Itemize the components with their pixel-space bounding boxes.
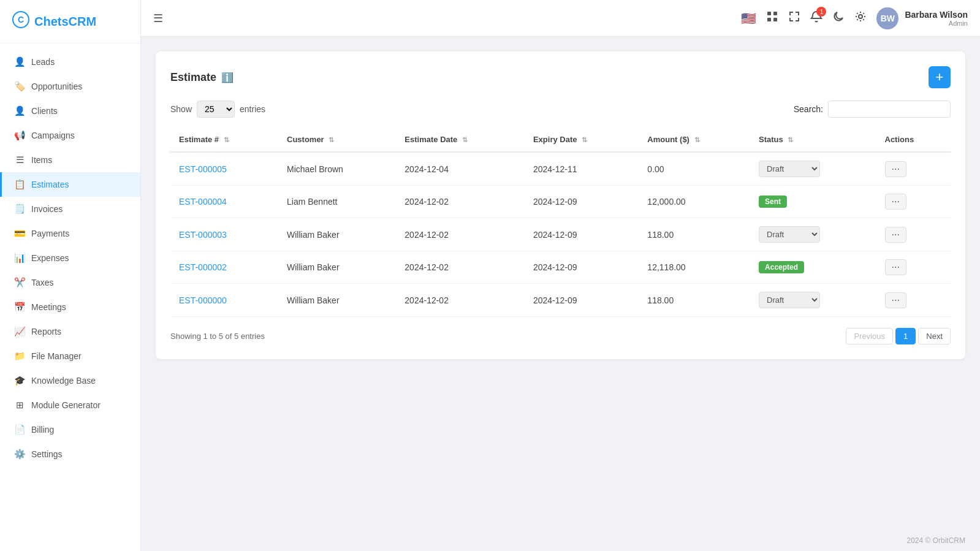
- logo[interactable]: C ChetsCRM: [0, 0, 140, 44]
- moon-icon[interactable]: [832, 10, 845, 26]
- sidebar-item-knowledge-base[interactable]: 🎓Knowledge Base: [0, 368, 140, 393]
- estimate-link[interactable]: EST-000002: [179, 262, 227, 272]
- search-input[interactable]: [828, 101, 951, 118]
- sidebar-item-billing[interactable]: 📄Billing: [0, 417, 140, 442]
- status-select[interactable]: DraftSentAccepted: [759, 161, 820, 177]
- estimate-date-cell: 2024-12-02: [396, 218, 525, 251]
- sidebar-nav: 👤Leads🏷️Opportunities👤Clients📢Campaigns☰…: [0, 44, 140, 551]
- nav-icon-items: ☰: [14, 154, 25, 165]
- col-actions: Actions: [876, 127, 951, 152]
- sidebar-item-module-generator[interactable]: ⊞Module Generator: [0, 393, 140, 417]
- status-select[interactable]: DraftSentAccepted: [759, 226, 820, 243]
- page-1-button[interactable]: 1: [895, 328, 916, 344]
- svg-text:C: C: [18, 15, 24, 25]
- nav-label-leads: Leads: [31, 57, 55, 67]
- customer-cell: William Baker: [278, 218, 396, 251]
- entries-select[interactable]: 25 10 50 100: [197, 101, 235, 118]
- show-entries: Show 25 10 50 100 entries: [170, 101, 265, 118]
- info-icon[interactable]: ℹ️: [221, 72, 234, 83]
- estimate-link[interactable]: EST-000003: [179, 230, 227, 240]
- table-row: EST-000000 William Baker 2024-12-02 2024…: [170, 284, 951, 317]
- nav-icon-knowledge-base: 🎓: [14, 375, 25, 386]
- sort-amount-icon[interactable]: ⇅: [694, 136, 700, 143]
- table-row: EST-000002 William Baker 2024-12-02 2024…: [170, 251, 951, 284]
- actions-button[interactable]: ···: [885, 161, 906, 177]
- estimate-link[interactable]: EST-000005: [179, 164, 227, 174]
- sidebar-item-items[interactable]: ☰Items: [0, 148, 140, 172]
- estimate-num-cell: EST-000003: [170, 218, 278, 251]
- estimate-link[interactable]: EST-000000: [179, 295, 227, 305]
- expiry-date-cell: 2024-12-09: [525, 186, 639, 218]
- sort-estimate-icon[interactable]: ⇅: [224, 136, 229, 143]
- amount-cell: 118.00: [639, 284, 750, 317]
- add-estimate-button[interactable]: +: [929, 66, 951, 88]
- status-select[interactable]: DraftSentAccepted: [759, 292, 820, 308]
- next-button[interactable]: Next: [918, 328, 951, 344]
- col-expiry-date: Expiry Date ⇅: [525, 127, 639, 152]
- estimate-num-cell: EST-000002: [170, 251, 278, 284]
- col-estimate-date: Estimate Date ⇅: [396, 127, 525, 152]
- sidebar-item-clients[interactable]: 👤Clients: [0, 99, 140, 123]
- user-details: Barbara Wilson Admin: [905, 10, 968, 27]
- actions-button[interactable]: ···: [885, 292, 906, 308]
- actions-button[interactable]: ···: [885, 194, 906, 210]
- sidebar-item-estimates[interactable]: 📋Estimates: [0, 172, 140, 197]
- nav-label-meetings: Meetings: [31, 302, 66, 312]
- nav-label-reports: Reports: [31, 327, 61, 336]
- nav-label-payments: Payments: [31, 229, 69, 238]
- nav-label-estimates: Estimates: [31, 180, 69, 189]
- nav-label-clients: Clients: [31, 106, 58, 116]
- actions-button[interactable]: ···: [885, 259, 906, 275]
- footer: 2024 © OrbitCRM: [141, 530, 980, 551]
- notification-badge: 1: [816, 7, 826, 17]
- col-status: Status ⇅: [750, 127, 876, 152]
- sidebar-item-payments[interactable]: 💳Payments: [0, 221, 140, 246]
- actions-button[interactable]: ···: [885, 227, 906, 243]
- sidebar-item-file-manager[interactable]: 📁File Manager: [0, 344, 140, 368]
- nav-icon-clients: 👤: [14, 105, 25, 116]
- flag-icon[interactable]: 🇺🇸: [741, 11, 756, 26]
- user-info[interactable]: BW Barbara Wilson Admin: [876, 7, 968, 29]
- estimates-card: Estimate ℹ️ + Show 25 10 50 100 entries: [156, 51, 965, 359]
- notification-icon[interactable]: 1: [810, 10, 822, 26]
- sort-expiry-icon[interactable]: ⇅: [582, 136, 587, 143]
- sort-customer-icon[interactable]: ⇅: [329, 136, 334, 143]
- nav-icon-opportunities: 🏷️: [14, 81, 25, 92]
- search-label: Search:: [794, 104, 823, 114]
- settings-icon[interactable]: [854, 10, 867, 26]
- sort-status-icon[interactable]: ⇅: [788, 136, 793, 143]
- nav-icon-invoices: 🗒️: [14, 203, 25, 215]
- nav-icon-settings: ⚙️: [14, 449, 25, 460]
- user-role: Admin: [905, 20, 968, 27]
- nav-icon-estimates: 📋: [14, 179, 25, 190]
- amount-cell: 0.00: [639, 152, 750, 186]
- sidebar-item-settings[interactable]: ⚙️Settings: [0, 442, 140, 466]
- sidebar: C ChetsCRM 👤Leads🏷️Opportunities👤Clients…: [0, 0, 141, 551]
- header: ☰ 🇺🇸 1: [141, 0, 980, 37]
- fullscreen-icon[interactable]: [788, 10, 800, 26]
- grid-icon[interactable]: [766, 10, 778, 26]
- sidebar-item-campaigns[interactable]: 📢Campaigns: [0, 123, 140, 148]
- svg-point-6: [859, 15, 862, 18]
- customer-cell: William Baker: [278, 251, 396, 284]
- hamburger-icon[interactable]: ☰: [153, 12, 163, 25]
- nav-label-campaigns: Campaigns: [31, 131, 75, 140]
- previous-button[interactable]: Previous: [846, 328, 893, 344]
- show-label: Show: [170, 104, 192, 114]
- sidebar-item-expenses[interactable]: 📊Expenses: [0, 246, 140, 270]
- col-customer: Customer ⇅: [278, 127, 396, 152]
- sidebar-item-opportunities[interactable]: 🏷️Opportunities: [0, 74, 140, 99]
- sidebar-item-reports[interactable]: 📈Reports: [0, 319, 140, 344]
- estimate-link[interactable]: EST-000004: [179, 197, 227, 207]
- table-row: EST-000004 Liam Bennett 2024-12-02 2024-…: [170, 186, 951, 218]
- sidebar-item-invoices[interactable]: 🗒️Invoices: [0, 197, 140, 221]
- nav-icon-payments: 💳: [14, 228, 25, 239]
- status-cell: Sent: [750, 186, 876, 218]
- sidebar-item-taxes[interactable]: ✂️Taxes: [0, 270, 140, 295]
- table-row: EST-000005 Michael Brown 2024-12-04 2024…: [170, 152, 951, 186]
- sidebar-item-leads[interactable]: 👤Leads: [0, 50, 140, 74]
- nav-icon-taxes: ✂️: [14, 277, 25, 288]
- sort-date-icon[interactable]: ⇅: [462, 136, 468, 143]
- actions-cell: ···: [876, 284, 951, 317]
- sidebar-item-meetings[interactable]: 📅Meetings: [0, 295, 140, 319]
